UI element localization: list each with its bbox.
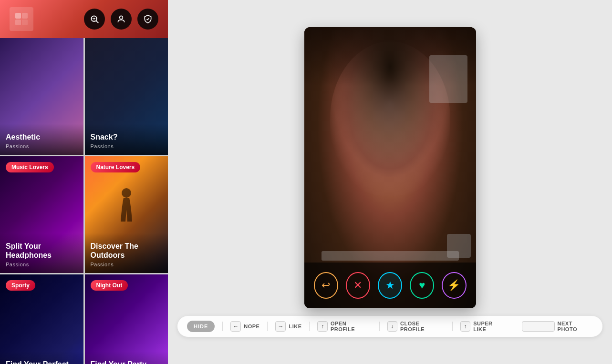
- header: [0, 0, 168, 38]
- card-snack[interactable]: Snack? Passions: [85, 38, 168, 155]
- card-music-content: Split Your Headphones Passions: [0, 233, 83, 273]
- header-icons: [84, 9, 158, 30]
- divider-1: [222, 322, 223, 331]
- profile-button[interactable]: [111, 9, 132, 30]
- card-nightout-title: Find Your Party Partner: [91, 360, 163, 364]
- like-button[interactable]: ♥: [410, 272, 434, 299]
- explore-icon: [90, 14, 99, 24]
- left-panel: Aesthetic Passions Snack? Passions Music…: [0, 0, 168, 364]
- svg-rect-1: [22, 13, 28, 19]
- card-nature[interactable]: Nature Lovers Discover The Outdoors Pass…: [85, 156, 168, 273]
- shortcut-nope-label: NOPE: [244, 324, 259, 329]
- card-aesthetic-content: Aesthetic Passions: [0, 124, 83, 155]
- card-sporty[interactable]: Sporty Find Your Perfect Match Passions: [0, 274, 83, 364]
- shortcut-nope-key: ←: [230, 321, 241, 332]
- shortcut-like[interactable]: → LIKE: [275, 321, 301, 332]
- shield-icon: [143, 14, 153, 24]
- profile-card: ↩ ✕ ★ ♥ ⚡: [304, 27, 476, 308]
- rewind-button[interactable]: ↩: [314, 272, 338, 299]
- card-nightout-badge: Night Out: [91, 280, 128, 291]
- shortcut-open-profile[interactable]: ↑ OPEN PROFILE: [317, 321, 371, 332]
- boost-button[interactable]: ⚡: [442, 272, 466, 299]
- card-sporty-badge: Sporty: [6, 280, 35, 291]
- card-nature-subtitle: Passions: [91, 262, 163, 267]
- divider-6: [514, 322, 514, 331]
- shortcut-super-like[interactable]: ↑ SUPER LIKE: [460, 321, 507, 332]
- photo-overlay-right: [429, 55, 467, 103]
- hide-button[interactable]: HIDE: [187, 321, 215, 332]
- card-aesthetic[interactable]: Aesthetic Passions: [0, 38, 83, 155]
- card-nature-content: Discover The Outdoors Passions: [85, 233, 168, 273]
- card-nature-badge-container: Nature Lovers: [91, 162, 141, 172]
- shortcut-close-profile[interactable]: ↓ CLOSE PROFILE: [387, 321, 445, 332]
- card-sporty-badge-container: Sporty: [6, 280, 35, 291]
- card-aesthetic-title: Aesthetic: [6, 132, 78, 142]
- card-aesthetic-subtitle: Passions: [6, 143, 78, 149]
- card-nightout-badge-container: Night Out: [91, 280, 128, 291]
- right-panel: ↩ ✕ ★ ♥ ⚡ HIDE ← NOPE → LIKE ↑ OPEN PROF…: [168, 0, 612, 364]
- card-snack-subtitle: Passions: [91, 143, 163, 149]
- card-nature-badge: Nature Lovers: [91, 162, 141, 172]
- card-sporty-content: Find Your Perfect Match Passions: [0, 351, 83, 364]
- svg-rect-0: [15, 13, 21, 19]
- shortcut-super-like-key: ↑: [460, 321, 470, 332]
- shortcut-next-photo-label: NEXT PHOTO: [558, 321, 593, 332]
- svg-line-5: [96, 20, 98, 23]
- card-music-subtitle: Passions: [6, 262, 78, 267]
- profile-card-container: ↩ ✕ ★ ♥ ⚡: [304, 27, 476, 308]
- cards-grid: Aesthetic Passions Snack? Passions Music…: [0, 38, 168, 364]
- card-nature-title: Discover The Outdoors: [91, 242, 163, 260]
- shortcut-bar: HIDE ← NOPE → LIKE ↑ OPEN PROFILE ↓ CLOS…: [177, 316, 602, 337]
- shortcut-open-profile-label: OPEN PROFILE: [331, 321, 372, 332]
- nope-button[interactable]: ✕: [346, 272, 370, 299]
- card-nightout-content: Find Your Party Partner Passions: [85, 351, 168, 364]
- shortcut-next-photo-key: [522, 321, 554, 332]
- divider-4: [379, 322, 380, 331]
- card-sporty-title: Find Your Perfect Match: [6, 360, 78, 364]
- shortcut-close-profile-label: CLOSE PROFILE: [400, 321, 445, 332]
- logo-icon: [14, 12, 29, 26]
- card-music[interactable]: Music Lovers Split Your Headphones Passi…: [0, 156, 83, 273]
- card-music-badge: Music Lovers: [6, 162, 54, 172]
- svg-point-11: [120, 16, 123, 19]
- shield-button[interactable]: [137, 9, 158, 30]
- shortcut-open-profile-key: ↑: [317, 321, 327, 332]
- nature-silhouette: [117, 188, 136, 226]
- shortcut-next-photo[interactable]: NEXT PHOTO: [522, 321, 593, 332]
- card-music-title: Split Your Headphones: [6, 242, 78, 260]
- svg-point-12: [122, 188, 131, 198]
- card-nightout[interactable]: Night Out Find Your Party Partner Passio…: [85, 274, 168, 364]
- svg-rect-3: [22, 20, 28, 25]
- shortcut-like-key: →: [275, 321, 286, 332]
- logo: [10, 7, 33, 31]
- divider-2: [267, 322, 268, 331]
- card-snack-title: Snack?: [91, 132, 163, 142]
- shortcut-like-label: LIKE: [289, 324, 301, 329]
- shortcut-nope[interactable]: ← NOPE: [230, 321, 259, 332]
- shortcut-close-profile-key: ↓: [387, 321, 397, 332]
- card-music-badge-container: Music Lovers: [6, 162, 54, 172]
- divider-3: [309, 322, 310, 331]
- svg-rect-2: [15, 20, 21, 25]
- divider-5: [452, 322, 453, 331]
- shortcut-super-like-label: SUPER LIKE: [473, 321, 506, 332]
- explore-button[interactable]: [84, 9, 105, 30]
- profile-icon: [116, 14, 126, 24]
- card-snack-content: Snack? Passions: [85, 124, 168, 155]
- svg-point-6: [93, 18, 95, 20]
- profile-action-buttons: ↩ ✕ ★ ♥ ⚡: [304, 263, 476, 308]
- profile-name-bar: [322, 251, 459, 261]
- superlike-button[interactable]: ★: [378, 272, 402, 299]
